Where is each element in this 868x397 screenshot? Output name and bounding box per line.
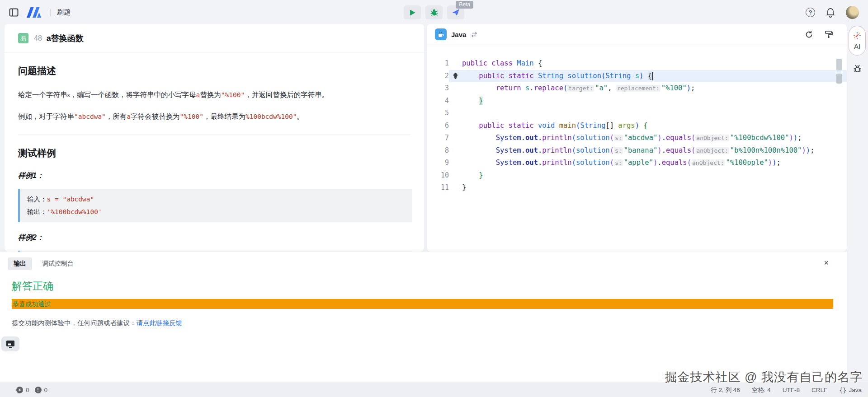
format-code-icon[interactable] <box>824 30 833 39</box>
text-segment: ) <box>639 72 643 80</box>
code-line[interactable]: 6 public static void main(String[] args)… <box>427 120 847 132</box>
glyph-margin <box>449 82 462 95</box>
sidebar-toggle-icon[interactable] <box>9 8 19 17</box>
sample-line: 输入：s = "abcdwa" <box>27 193 405 206</box>
text-segment <box>639 121 643 130</box>
text-segment: void <box>538 121 559 130</box>
feedback-link[interactable]: 请点此链接反馈 <box>137 319 183 327</box>
text-segment: %100bcdw%100" <box>245 113 297 120</box>
code-line[interactable]: 9 System.out.println(solution(s:"apple")… <box>427 157 847 169</box>
text-segment: ( <box>687 159 691 167</box>
eol-setting[interactable]: CRLF <box>811 387 827 393</box>
text-segment <box>462 97 479 105</box>
text-segment: s = "abcdwa" <box>47 196 94 203</box>
code-line[interactable]: 4 } <box>427 95 847 107</box>
scrollbar-marker <box>836 74 842 84</box>
text-segment: { <box>538 59 542 67</box>
code-text: public static void main(String[] args) { <box>462 120 648 132</box>
tab-output[interactable]: 输出 <box>8 257 32 270</box>
text-segment: ) <box>772 159 776 167</box>
description-paragraph: 给定一个字符串s，编写一个函数，将字符串中的小写字母a替换为"%100"，并返回… <box>18 89 410 101</box>
text-segment: ，编写一个函数，将字符串中的小写字母 <box>70 91 196 98</box>
scrollbar-thumb[interactable] <box>836 59 842 70</box>
code-line[interactable]: 2 public static String solution(String s… <box>427 70 847 83</box>
text-segment: public static <box>479 72 538 80</box>
cursor-position[interactable]: 行 2, 列 46 <box>711 386 740 394</box>
text-segment: ) <box>802 146 806 154</box>
reset-code-icon[interactable] <box>805 30 813 39</box>
text-segment: out <box>525 134 538 142</box>
editor-header: Java <box>427 24 847 45</box>
code-line-content: return s.replace(target:"a", replacement… <box>449 82 847 95</box>
code-line-content: } <box>449 182 847 194</box>
text-segment: , <box>608 84 616 92</box>
sample1-block: 输入：s = "abcdwa"输出：'%100bcdw%100' <box>18 189 412 223</box>
code-line[interactable]: 1public class Main { <box>427 57 847 70</box>
text-segment: 。 <box>297 112 304 120</box>
close-console-icon[interactable]: × <box>824 258 829 268</box>
text-segment: out <box>525 159 538 167</box>
text-segment: . <box>521 146 525 154</box>
errors-icon[interactable]: × <box>16 387 23 393</box>
line-number: 10 <box>427 169 449 182</box>
text-segment: String <box>580 121 605 130</box>
text-segment <box>462 134 496 142</box>
code-line-content: System.out.println(solution(s:"apple").e… <box>449 157 847 169</box>
text-segment: ) <box>657 134 661 142</box>
code-line[interactable]: 7 System.out.println(solution(s:"abcdwa"… <box>427 132 847 145</box>
text-segment: "%100pple" <box>726 159 768 167</box>
text-segment: "apple" <box>624 159 653 167</box>
help-icon[interactable]: ? <box>806 8 815 17</box>
line-number: 1 <box>427 57 449 70</box>
lightbulb-icon[interactable] <box>449 70 462 83</box>
text-segment: ，最终结果为 <box>203 112 245 120</box>
text-segment: ，并返回替换后的字符串。 <box>245 91 329 98</box>
problem-header: 易 48 a替换函数 <box>5 24 424 53</box>
text-segment: target: <box>567 85 594 92</box>
run-button[interactable] <box>404 5 421 19</box>
submit-button[interactable]: Beta <box>447 5 464 19</box>
glyph-margin <box>449 57 462 70</box>
text-segment: ( <box>563 84 567 92</box>
text-segment: a <box>196 91 200 98</box>
text-segment: anObject: <box>691 159 725 166</box>
code-line[interactable]: 8 System.out.println(solution(s:"banana"… <box>427 145 847 157</box>
text-segment: s: <box>614 135 623 141</box>
notifications-bell-icon[interactable] <box>826 8 835 18</box>
tab-debug-console[interactable]: 调试控制台 <box>42 260 74 268</box>
text-segment: } <box>479 97 483 105</box>
divider <box>50 9 51 16</box>
text-segment <box>462 171 479 179</box>
report-issue-icon[interactable] <box>852 64 863 76</box>
note-text: 提交功能内测体验中，任何问题或者建议： <box>12 319 137 327</box>
text-segment: "b%100n%100n%100" <box>730 146 802 154</box>
warnings-count: 0 <box>44 387 48 393</box>
ai-assistant-button[interactable]: AI <box>849 26 866 56</box>
text-segment: replacement: <box>616 85 660 92</box>
text-segment: equals <box>666 146 691 154</box>
code-area[interactable]: 1public class Main {2 public static Stri… <box>427 45 847 252</box>
debug-button[interactable] <box>425 5 443 19</box>
user-avatar[interactable] <box>846 6 859 19</box>
encoding-setting[interactable]: UTF-8 <box>783 387 800 393</box>
text-segment: { <box>648 72 652 80</box>
bug-icon <box>430 9 438 16</box>
warnings-icon[interactable]: ! <box>35 387 42 393</box>
problem-content: 问题描述 给定一个字符串s，编写一个函数，将字符串中的小写字母a替换为"%100… <box>5 53 424 252</box>
text-segment: solution <box>576 146 610 154</box>
brand-logo-icon[interactable] <box>25 6 44 19</box>
switch-language-icon[interactable] <box>471 32 478 37</box>
code-line[interactable]: 3 return s.replace(target:"a", replaceme… <box>427 82 847 95</box>
line-number: 8 <box>427 145 449 157</box>
code-line[interactable]: 5 <box>427 107 847 120</box>
code-line[interactable]: 10 } <box>427 169 847 182</box>
problem-title: a替换函数 <box>47 33 84 44</box>
indentation-setting[interactable]: 空格: 4 <box>752 386 771 394</box>
text-segment: 输入： <box>27 196 47 203</box>
code-line[interactable]: 11} <box>427 182 847 194</box>
language-mode[interactable]: {}Java <box>839 387 862 394</box>
code-line-content: System.out.println(solution(s:"banana").… <box>449 145 847 157</box>
screen-monitor-button[interactable] <box>1 336 19 351</box>
text-segment: replace <box>534 84 563 92</box>
text-segment: println <box>542 159 571 167</box>
